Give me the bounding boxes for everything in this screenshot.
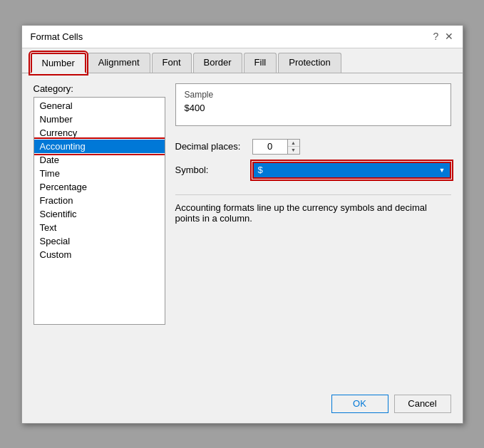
dialog-title: Format Cells [31, 31, 83, 42]
decimal-places-row: Decimal places: ▲ ▼ [175, 139, 451, 155]
category-item-scientific[interactable]: Scientific [34, 207, 165, 221]
tab-protection[interactable]: Protection [278, 53, 341, 73]
left-panel: Category: General Number Currency Accoun… [34, 83, 165, 377]
content-area: Category: General Number Currency Accoun… [34, 83, 451, 377]
symbol-dropdown[interactable]: $ ▼ [252, 162, 451, 179]
category-item-text[interactable]: Text [34, 221, 165, 234]
spinner-arrows: ▲ ▼ [288, 139, 300, 155]
symbol-value: $ [258, 165, 263, 175]
category-item-currency[interactable]: Currency [34, 126, 165, 140]
ok-button[interactable]: OK [331, 395, 388, 413]
category-item-number[interactable]: Number [34, 113, 165, 126]
decimal-places-input[interactable] [252, 139, 288, 155]
category-item-time[interactable]: Time [34, 167, 165, 180]
category-item-date[interactable]: Date [34, 153, 165, 167]
sample-value: $400 [185, 103, 442, 113]
help-button[interactable]: ? [431, 31, 441, 41]
cancel-button[interactable]: Cancel [394, 395, 451, 413]
spinner-container: ▲ ▼ [252, 139, 300, 155]
dialog-body: Category: General Number Currency Accoun… [22, 73, 463, 387]
category-item-fraction[interactable]: Fraction [34, 194, 165, 207]
close-button[interactable]: ✕ [444, 31, 454, 41]
spinner-down-arrow[interactable]: ▼ [288, 147, 299, 154]
category-item-special[interactable]: Special [34, 234, 165, 248]
list-wrapper: General Number Currency Accounting Date … [34, 97, 165, 325]
sample-label: Sample [185, 90, 442, 100]
title-bar-left: Format Cells [31, 31, 83, 42]
category-label: Category: [34, 83, 165, 94]
format-cells-dialog: Format Cells ? ✕ Number Alignment Font B… [21, 25, 463, 424]
description-area: Accounting formats line up the currency … [175, 194, 451, 224]
category-item-general[interactable]: General [34, 99, 165, 113]
category-item-percentage[interactable]: Percentage [34, 180, 165, 194]
title-controls: ? ✕ [431, 31, 454, 41]
tab-border[interactable]: Border [193, 53, 242, 73]
button-bar: OK Cancel [22, 387, 463, 423]
decimal-places-label: Decimal places: [175, 141, 247, 152]
spinner-up-arrow[interactable]: ▲ [288, 140, 299, 147]
tab-fill[interactable]: Fill [244, 53, 277, 73]
category-item-accounting[interactable]: Accounting [34, 140, 165, 153]
tab-alignment[interactable]: Alignment [88, 53, 150, 73]
symbol-dropdown-arrow: ▼ [439, 167, 446, 174]
tab-font[interactable]: Font [152, 53, 192, 73]
right-panel: Sample $400 Decimal places: ▲ ▼ [175, 83, 451, 377]
symbol-label: Symbol: [175, 165, 247, 175]
category-item-custom[interactable]: Custom [34, 248, 165, 261]
sample-box: Sample $400 [175, 83, 451, 126]
symbol-row: Symbol: $ ▼ [175, 162, 451, 179]
tabs-bar: Number Alignment Font Border Fill Protec… [22, 48, 463, 73]
title-bar: Format Cells ? ✕ [22, 26, 463, 48]
category-list: General Number Currency Accounting Date … [34, 97, 165, 325]
tab-number[interactable]: Number [31, 53, 86, 73]
description-text: Accounting formats line up the currency … [175, 202, 427, 224]
